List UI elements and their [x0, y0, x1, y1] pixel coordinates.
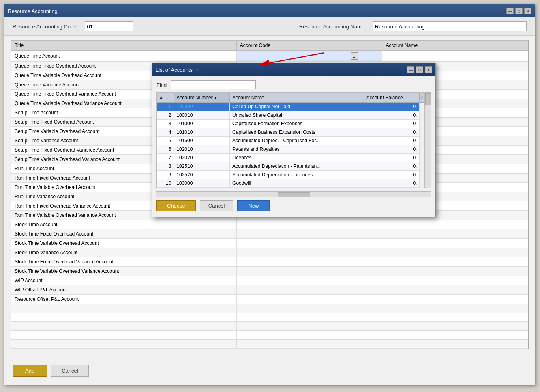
row-num: 7: [157, 154, 174, 162]
account-name-cell: [382, 295, 528, 304]
form-area: Resource Accounting Code Resource Accoun…: [4, 17, 535, 36]
col-header-account-balance[interactable]: Account Balance: [364, 93, 420, 103]
table-row[interactable]: Stock Time Variable Overhead Variance Ac…: [11, 267, 528, 276]
vertical-scrollbar[interactable]: [424, 93, 431, 188]
add-button[interactable]: Add: [13, 365, 47, 377]
account-code-cell[interactable]: [236, 313, 382, 322]
account-code-cell[interactable]: [236, 239, 382, 248]
list-item[interactable]: 3101000Capitalised Formation Expenses0.: [157, 120, 431, 128]
account-code-cell[interactable]: [236, 248, 382, 257]
account-name-cell: [382, 322, 528, 331]
row-num: 8: [157, 162, 174, 171]
row-num: 2: [157, 111, 174, 120]
account-code-cell[interactable]: …: [236, 51, 382, 62]
list-item[interactable]: 9102520Accumulated Depreciation - Licenc…: [157, 171, 431, 179]
account-code-picker-button[interactable]: …: [351, 52, 358, 60]
col-header-account-number[interactable]: Account Number▲: [174, 93, 230, 103]
title-cell: WIP Account: [11, 276, 237, 285]
dialog-title-label: List of Accounts: [156, 67, 193, 73]
dialog-maximize-button[interactable]: □: [416, 66, 423, 73]
account-balance-cell: 0.: [364, 154, 420, 162]
dialog-buttons: Choose Cancel New: [156, 197, 431, 213]
account-code-cell[interactable]: [236, 276, 382, 285]
account-code-cell[interactable]: [236, 331, 382, 340]
account-code-cell[interactable]: [236, 267, 382, 276]
list-item[interactable]: 4101010Capitalised Business Expansion Co…: [157, 128, 431, 137]
minimize-button[interactable]: —: [506, 8, 514, 14]
col-header-account-name: Account Name: [382, 41, 528, 51]
account-name-cell: [382, 229, 528, 239]
account-code-cell[interactable]: [236, 304, 382, 313]
table-row[interactable]: WIP Offset P&L Account: [11, 285, 528, 295]
title-cell: [11, 340, 237, 349]
account-code-cell[interactable]: [236, 220, 382, 229]
account-balance-cell: 0.: [364, 171, 420, 179]
row-num: 9: [157, 171, 174, 179]
list-item[interactable]: 2100010Uncalled Share Capital0.: [157, 111, 431, 120]
code-input[interactable]: [85, 21, 133, 31]
account-code-cell[interactable]: [236, 295, 382, 304]
account-code-cell[interactable]: [236, 340, 382, 349]
maximize-button[interactable]: □: [515, 8, 523, 14]
account-code-cell[interactable]: [236, 322, 382, 331]
dialog-title-bar: List of Accounts ← — □ ✕: [152, 63, 435, 76]
choose-button[interactable]: Choose: [156, 200, 196, 211]
account-number-cell: 102510: [174, 162, 230, 171]
account-code-cell[interactable]: [236, 285, 382, 295]
col-header-num[interactable]: #: [157, 93, 174, 103]
title-cell: [11, 304, 237, 313]
list-item[interactable]: 1100000Called Up Capital Not Paid0.: [157, 103, 431, 111]
table-row[interactable]: [11, 340, 528, 349]
title-cell: [11, 322, 237, 331]
account-name-cell: [382, 285, 528, 295]
table-row[interactable]: [11, 313, 528, 322]
table-row[interactable]: Stock Time Account: [11, 220, 528, 229]
account-balance-cell: 0.: [364, 128, 420, 137]
horizontal-scrollbar[interactable]: [156, 191, 431, 197]
dialog-close-button[interactable]: ✕: [425, 66, 432, 73]
account-name-cell: [382, 248, 528, 257]
account-name-cell: Uncalled Share Capital: [230, 111, 364, 120]
find-input[interactable]: [171, 80, 256, 89]
table-row[interactable]: [11, 331, 528, 340]
table-row[interactable]: Stock Time Variable Overhead Account: [11, 239, 528, 248]
account-number-cell: 100000: [174, 103, 230, 111]
new-button[interactable]: New: [237, 200, 270, 211]
account-code-cell[interactable]: [236, 229, 382, 239]
list-item[interactable]: 6102010Patents and Royalties0.: [157, 145, 431, 154]
account-name-cell: [382, 257, 528, 267]
code-label: Resource Accounting Code: [13, 24, 77, 30]
expand-icon[interactable]: ⤢: [420, 95, 423, 100]
name-input[interactable]: [373, 21, 527, 31]
list-item[interactable]: 10103000Goodwill0.: [157, 179, 431, 188]
account-number-cell: 102020: [174, 154, 230, 162]
table-row[interactable]: [11, 304, 528, 313]
scrollbar-thumb[interactable]: [425, 93, 431, 105]
list-item[interactable]: 7102020Licences0.: [157, 154, 431, 162]
list-item[interactable]: 8102510Accumulated Depreciation - Patent…: [157, 162, 431, 171]
accounts-table-container: # Account Number▲ Account Name Account B…: [156, 92, 431, 188]
table-row[interactable]: Stock Time Fixed Overhead Variance Accou…: [11, 257, 528, 267]
table-row[interactable]: Stock Time Variance Account: [11, 248, 528, 257]
table-row[interactable]: Resource Offset P&L Account: [11, 295, 528, 304]
table-row[interactable]: [11, 322, 528, 331]
h-scrollbar-thumb[interactable]: [278, 192, 310, 197]
account-balance-cell: 0.: [364, 120, 420, 128]
account-name-cell: [382, 313, 528, 322]
dialog-minimize-button[interactable]: —: [407, 66, 414, 73]
table-row[interactable]: Stock Time Fixed Overhead Account: [11, 229, 528, 239]
table-row[interactable]: WIP Account: [11, 276, 528, 285]
account-code-cell[interactable]: [236, 257, 382, 267]
list-item[interactable]: 5101500Accumulated Deprec. - Capitalised…: [157, 137, 431, 145]
account-name-cell: Accumulated Depreciation - Licences: [230, 171, 364, 179]
account-name-cell: Accumulated Deprec. - Capitalised For...: [230, 137, 364, 145]
close-button[interactable]: ✕: [524, 8, 531, 14]
col-header-account-name-dialog[interactable]: Account Name: [230, 93, 364, 103]
account-name-cell: [382, 220, 528, 229]
account-number-cell: 102520: [174, 171, 230, 179]
cancel-button[interactable]: Cancel: [51, 365, 88, 377]
account-code-input[interactable]: [240, 53, 351, 58]
cancel-dialog-button[interactable]: Cancel: [200, 200, 233, 211]
title-cell: Stock Time Variable Overhead Account: [11, 239, 237, 248]
table-row[interactable]: Queue Time Account…: [11, 51, 528, 62]
